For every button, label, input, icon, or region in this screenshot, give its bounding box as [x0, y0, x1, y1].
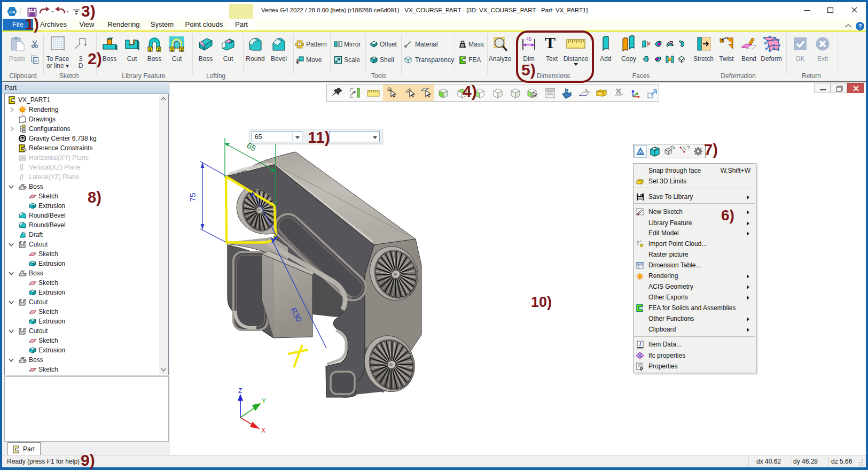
- svg-text:G4: G4: [9, 10, 15, 14]
- svg-text:1: 1: [149, 48, 151, 51]
- svg-text:Z: Z: [238, 387, 242, 395]
- svg-text:65: 65: [245, 141, 257, 153]
- svg-text:Y: Y: [262, 397, 266, 405]
- svg-text:10: 10: [461, 43, 464, 47]
- svg-text:10: 10: [21, 137, 25, 141]
- svg-text:1: 1: [171, 48, 173, 51]
- svg-text:2: 2: [158, 48, 160, 51]
- svg-text:?: ?: [858, 23, 862, 29]
- svg-text:X: X: [261, 427, 265, 434]
- svg-text:75: 75: [188, 193, 197, 202]
- svg-text:2: 2: [181, 48, 183, 51]
